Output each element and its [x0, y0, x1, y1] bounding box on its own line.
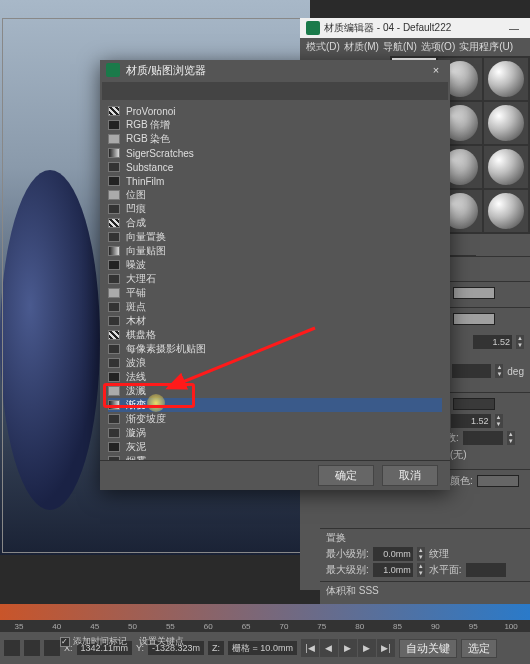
browser-list[interactable]: ProVoronoiRGB 倍增RGB 染色SigerScratchesSubs… — [100, 102, 450, 460]
status-icon[interactable] — [4, 640, 20, 656]
list-item[interactable]: 大理石 — [108, 272, 442, 286]
map-thumb-icon — [108, 218, 120, 228]
list-item[interactable]: Substance — [108, 160, 442, 174]
auto-key-button[interactable]: 自动关键 — [399, 639, 457, 658]
map-thumb-icon — [108, 442, 120, 452]
color-swatch[interactable] — [453, 398, 495, 410]
material-editor-titlebar[interactable]: 材质编辑器 - 04 - Default222 — — [300, 18, 530, 38]
color2-label: 颜色: — [450, 474, 473, 488]
material-slot[interactable] — [484, 102, 528, 144]
map-thumb-icon — [108, 162, 120, 172]
material-slot[interactable] — [484, 146, 528, 188]
spinner-arrows-icon[interactable]: ▲▼ — [417, 547, 425, 561]
map-thumb-icon — [108, 302, 120, 312]
color-swatch[interactable] — [453, 287, 495, 299]
list-item[interactable]: 烟雾 — [108, 454, 442, 460]
map-thumb-icon — [108, 358, 120, 368]
menu-material[interactable]: 材质(M) — [344, 40, 379, 54]
list-item[interactable]: 法线 — [108, 370, 442, 384]
list-item-label: RGB 染色 — [126, 132, 170, 146]
close-button[interactable]: × — [428, 64, 444, 76]
map-thumb-icon — [108, 106, 120, 116]
list-item[interactable]: ThinFilm — [108, 174, 442, 188]
list-item[interactable]: 每像素摄影机贴图 — [108, 342, 442, 356]
list-item-label: 渐变 — [126, 398, 146, 412]
spinner-arrows-icon[interactable]: ▲▼ — [507, 431, 515, 445]
list-item[interactable]: 灰泥 — [108, 440, 442, 454]
spinner-arrows-icon[interactable]: ▲▼ — [495, 364, 503, 378]
material-slot[interactable] — [484, 190, 528, 232]
max-level-spinner[interactable]: 1.0mm — [373, 563, 413, 577]
list-item[interactable]: 噪波 — [108, 258, 442, 272]
timeline-slider[interactable] — [0, 604, 530, 620]
set-keyframe-button[interactable]: 设置关键点 — [139, 635, 184, 648]
max-level-label: 最大级别: — [326, 563, 369, 577]
status-icon[interactable] — [24, 640, 40, 656]
menu-mode[interactable]: 模式(D) — [306, 40, 340, 54]
menu-options[interactable]: 选项(O) — [421, 40, 455, 54]
list-item[interactable]: 平铺 — [108, 286, 442, 300]
menu-util[interactable]: 实用程序(U) — [459, 40, 513, 54]
spinner-arrows-icon[interactable]: ▲▼ — [516, 335, 524, 349]
list-item[interactable]: 凹痕 — [108, 202, 442, 216]
list-item-label: SigerScratches — [126, 148, 194, 159]
tick-label: 80 — [341, 622, 379, 631]
list-item[interactable]: SigerScratches — [108, 146, 442, 160]
sss-section-label[interactable]: 体积和 SSS — [326, 584, 379, 598]
cancel-button[interactable]: 取消 — [382, 465, 438, 486]
min-level-spinner[interactable]: 0.0mm — [373, 547, 413, 561]
list-item-label: 法线 — [126, 370, 146, 384]
texture-combo[interactable]: 纹理 — [429, 547, 449, 561]
color-swatch[interactable] — [477, 475, 519, 487]
list-item[interactable]: 斑点 — [108, 300, 442, 314]
spinner-arrows-icon[interactable]: ▲▼ — [417, 563, 425, 577]
horizontal-spinner[interactable] — [466, 563, 506, 577]
status-icon[interactable] — [44, 640, 60, 656]
material-slot[interactable] — [484, 58, 528, 100]
list-item[interactable]: 泼溅 — [108, 384, 442, 398]
z-coord-field[interactable]: Z: — [208, 641, 224, 655]
list-item[interactable]: 木材 — [108, 314, 442, 328]
tick-label: 75 — [303, 622, 341, 631]
spinner-arrows-icon[interactable]: ▲▼ — [495, 414, 503, 428]
list-item[interactable]: 向量贴图 — [108, 244, 442, 258]
sphere-preview — [488, 193, 524, 229]
map-thumb-icon — [108, 330, 120, 340]
play-button[interactable]: ▶ — [339, 639, 357, 657]
ior-spinner[interactable]: 1.52 — [451, 414, 491, 428]
horizontal-combo[interactable]: 水平面: — [429, 563, 462, 577]
list-item[interactable]: RGB 染色 — [108, 132, 442, 146]
list-item[interactable]: 波浪 — [108, 356, 442, 370]
add-timetag-checkbox[interactable] — [60, 637, 70, 647]
fresnel-ior-spinner[interactable]: 1.52 — [473, 335, 512, 349]
list-item[interactable]: RGB 倍增 — [108, 118, 442, 132]
tick-label: 100 — [492, 622, 530, 631]
menu-nav[interactable]: 导航(N) — [383, 40, 417, 54]
replace-section-label[interactable]: 置换 — [326, 531, 346, 545]
next-frame-button[interactable]: ▶ — [358, 639, 376, 657]
roughness-spinner[interactable] — [452, 364, 491, 378]
list-item[interactable]: ProVoronoi — [108, 104, 442, 118]
list-item[interactable]: 合成 — [108, 216, 442, 230]
prev-frame-button[interactable]: ◀ — [320, 639, 338, 657]
map-thumb-icon — [108, 400, 120, 410]
list-item[interactable]: 漩涡 — [108, 426, 442, 440]
list-item[interactable]: 棋盘格 — [108, 328, 442, 342]
color-swatch[interactable] — [453, 313, 495, 325]
list-item[interactable]: 向量置换 — [108, 230, 442, 244]
list-item[interactable]: 渐变 — [108, 398, 442, 412]
minimize-button[interactable]: — — [504, 23, 524, 34]
goto-end-button[interactable]: ▶| — [377, 639, 395, 657]
map-thumb-icon — [108, 134, 120, 144]
ok-button[interactable]: 确定 — [318, 465, 374, 486]
list-item-label: ProVoronoi — [126, 106, 175, 117]
browser-titlebar[interactable]: 材质/贴图浏览器 × — [100, 60, 450, 80]
goto-start-button[interactable]: |◀ — [301, 639, 319, 657]
abbe-spinner[interactable] — [463, 431, 503, 445]
tick-label: 85 — [379, 622, 417, 631]
list-item-label: 噪波 — [126, 258, 146, 272]
list-item[interactable]: 渐变坡度 — [108, 412, 442, 426]
list-item[interactable]: 位图 — [108, 188, 442, 202]
browser-search-input[interactable] — [102, 82, 448, 100]
selected-button[interactable]: 选定 — [461, 639, 497, 658]
